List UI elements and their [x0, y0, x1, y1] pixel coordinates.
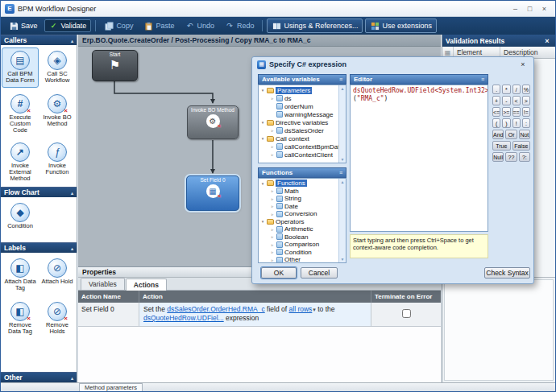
op-button[interactable]: +	[492, 96, 500, 105]
tree-item-functions[interactable]: Functions	[259, 179, 338, 188]
expander-icon[interactable]	[270, 144, 275, 149]
op-button[interactable]: >=	[502, 107, 510, 117]
op-button-ternary[interactable]: ?:	[519, 152, 530, 162]
expander-icon[interactable]	[260, 120, 265, 125]
close-icon[interactable]	[542, 37, 552, 45]
section-header-flow-chart[interactable]: Flow Chart	[1, 187, 77, 197]
tool-remove-data-tag[interactable]: Remove Data Tag	[2, 299, 39, 339]
use-extensions-button[interactable]: Use extensions	[365, 19, 437, 33]
op-button-false[interactable]: False	[512, 141, 531, 151]
tool-condition[interactable]: Condition	[2, 200, 39, 240]
paste-button[interactable]: Paste	[139, 19, 178, 32]
op-button[interactable]: /	[512, 85, 521, 94]
scrollbar[interactable]	[338, 85, 346, 163]
expander-icon[interactable]	[260, 88, 265, 93]
maximize-icon[interactable]	[523, 2, 537, 14]
code-area[interactable]: dsQuoteHedRow.UDField<System.Int32> ("RM…	[351, 85, 488, 231]
tree-item-other[interactable]: Other	[259, 256, 338, 262]
op-button[interactable]: >	[522, 96, 530, 105]
tool-remove-holds[interactable]: Remove Holds	[39, 299, 76, 339]
close-icon[interactable]	[517, 60, 529, 69]
tool-invoke-function[interactable]: Invoke Function	[39, 139, 76, 184]
scroll-up-icon[interactable]	[341, 86, 345, 91]
op-button[interactable]: <=	[492, 107, 500, 117]
menu-icon[interactable]	[481, 76, 484, 82]
op-button-true[interactable]: True	[492, 141, 511, 151]
cancel-button[interactable]: Cancel	[301, 267, 338, 279]
tool-execute-custom-code[interactable]: Execute Custom Code	[2, 91, 39, 136]
expander-icon[interactable]	[270, 152, 275, 157]
menu-icon[interactable]	[339, 170, 342, 175]
all-rows-link[interactable]: all rows	[289, 305, 313, 313]
op-button[interactable]: *	[502, 85, 510, 94]
tree-item-parameters[interactable]: Parameters	[259, 86, 338, 94]
expander-icon[interactable]	[270, 188, 275, 193]
method-parameters-tab[interactable]: Method parameters	[79, 383, 143, 391]
op-button[interactable]: .	[492, 85, 500, 94]
close-icon[interactable]	[537, 2, 551, 14]
undo-button[interactable]: Undo	[180, 19, 218, 32]
table-row[interactable]: Set Field 0 Set the dsSalesOrder.OrderHe…	[78, 303, 441, 327]
tree-item-conversion[interactable]: Conversion	[259, 210, 338, 218]
tree-item-call-context[interactable]: Call context	[259, 134, 338, 142]
tree-item-ds[interactable]: ds	[259, 94, 338, 102]
op-button[interactable]: !	[512, 118, 521, 128]
op-button[interactable]: )	[502, 118, 510, 128]
tool-call-bpm-data-form[interactable]: Call BPM Data Form	[2, 47, 39, 88]
op-button[interactable]: (	[492, 118, 500, 128]
node-start[interactable]: Start	[92, 50, 138, 81]
redo-button[interactable]: Redo	[221, 19, 259, 32]
expression-editor[interactable]: dsQuoteHedRow.UDField<System.Int32> ("RM…	[350, 85, 488, 232]
tree-item-callcontextbpmdata[interactable]: callContextBpmData	[259, 142, 338, 151]
expander-icon[interactable]	[270, 234, 275, 239]
menu-icon[interactable]	[339, 76, 342, 82]
expander-icon[interactable]	[260, 219, 265, 224]
tool-invoke-external-method[interactable]: Invoke External Method	[2, 139, 39, 184]
expander-icon[interactable]	[270, 227, 275, 232]
save-button[interactable]: Save	[5, 19, 42, 32]
section-header-callers[interactable]: Callers	[1, 35, 77, 45]
tool-call-sc-workflow[interactable]: Call SC Workflow	[39, 47, 76, 88]
op-button-not[interactable]: Not	[519, 130, 530, 139]
tool-attach-hold[interactable]: Attach Hold	[39, 255, 76, 295]
tree-item-ordernum[interactable]: orderNum	[259, 102, 338, 110]
expander-icon[interactable]	[260, 181, 265, 186]
tab-variables[interactable]: Variables	[81, 278, 125, 290]
scroll-down-icon[interactable]	[341, 257, 345, 262]
tree-item-condition[interactable]: Condition	[259, 249, 338, 257]
tree-item-operators[interactable]: Operators	[259, 218, 338, 226]
terminate-on-error-checkbox[interactable]	[402, 309, 411, 318]
expander-icon[interactable]	[270, 204, 275, 208]
scroll-up-icon[interactable]	[341, 179, 345, 184]
op-button-null-coalesce[interactable]: ??	[505, 152, 517, 162]
field-link[interactable]: dsSalesOrder.OrderHed.RMA_c	[167, 305, 264, 313]
expander-icon[interactable]	[270, 250, 275, 254]
expression-link[interactable]: dsQuoteHedRow.UDFiel...	[143, 314, 224, 322]
check-syntax-button[interactable]: Check Syntax	[484, 267, 530, 279]
tree-item-comparison[interactable]: Comparison	[259, 241, 338, 249]
tree-item-math[interactable]: Math	[259, 188, 338, 196]
tree-item-directive-variables[interactable]: Directive variables	[259, 118, 338, 126]
op-button[interactable]: :	[522, 118, 530, 128]
expander-icon[interactable]	[270, 258, 275, 262]
validate-button[interactable]: Validate	[44, 19, 92, 32]
op-button-null[interactable]: Null	[492, 152, 504, 162]
tree-item-arithmetic[interactable]: Arithmetic	[259, 225, 338, 233]
op-button[interactable]: -	[502, 96, 510, 105]
scroll-down-icon[interactable]	[341, 157, 345, 162]
tree-item-dssalesorder[interactable]: dsSalesOrder	[259, 126, 338, 134]
expander-icon[interactable]	[270, 128, 275, 133]
node-invoke-bo-method[interactable]: Invoke BO Method	[187, 105, 239, 139]
section-header-labels[interactable]: Labels	[1, 242, 77, 253]
op-button-or[interactable]: Or	[505, 130, 517, 139]
tree-item-date[interactable]: Date	[259, 203, 338, 211]
tool-attach-data-tag[interactable]: Attach Data Tag	[2, 255, 39, 295]
ok-button[interactable]: OK	[261, 267, 297, 279]
expander-icon[interactable]	[260, 136, 265, 141]
op-button[interactable]: ==	[512, 107, 521, 117]
tree-item-boolean[interactable]: Boolean	[259, 233, 338, 241]
tree-item-callcontextclient[interactable]: callContextClient	[259, 151, 338, 159]
op-button[interactable]: %	[522, 85, 530, 94]
expander-icon[interactable]	[270, 96, 275, 101]
op-button[interactable]: <	[512, 96, 521, 105]
